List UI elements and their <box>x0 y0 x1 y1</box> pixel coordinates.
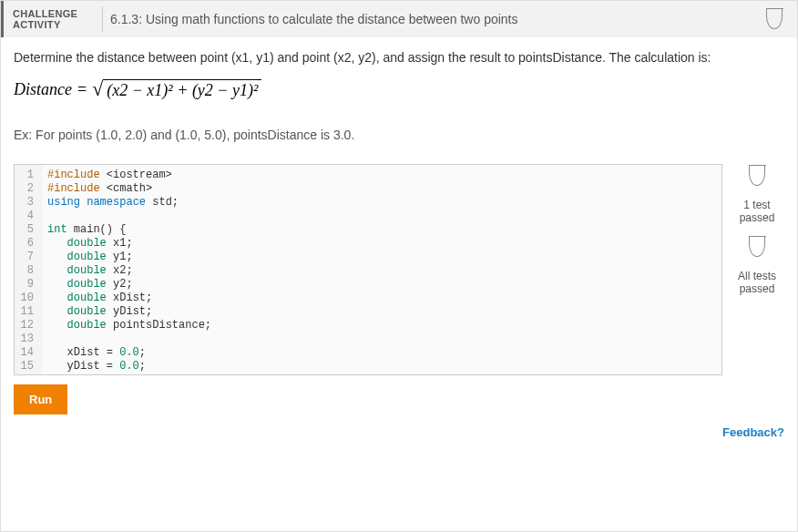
code-line[interactable]: double yDist; <box>47 305 211 319</box>
formula-lhs: Distance <box>14 80 72 99</box>
sqrt-body: (x2 − x1)² + (y2 − y1)² <box>103 79 261 100</box>
line-number: 3 <box>15 196 38 210</box>
sqrt-icon: √ <box>92 79 103 99</box>
activity-header: CHALLENGE ACTIVITY 6.1.3: Using math fun… <box>1 1 797 37</box>
line-number: 14 <box>15 346 38 360</box>
line-number: 16 <box>15 373 38 375</box>
activity-title: 6.1.3: Using math functions to calculate… <box>110 12 518 26</box>
line-number-gutter: 12345678910111213141516171819 <box>15 165 42 375</box>
completion-shield-icon <box>766 9 783 29</box>
one-test-shield-icon <box>749 166 765 186</box>
code-line[interactable]: xDist = 0.0; <box>47 346 211 360</box>
all-tests-shield-icon <box>749 237 765 257</box>
header-divider <box>102 6 103 32</box>
code-source[interactable]: #include <iostream>#include <cmath>using… <box>42 165 217 375</box>
code-line[interactable]: #include <iostream> <box>47 169 211 182</box>
line-number: 9 <box>15 278 38 292</box>
code-line[interactable]: pointsDistance = 0.0; <box>47 373 211 375</box>
challenge-label-line2: ACTIVITY <box>13 19 95 30</box>
code-line[interactable]: #include <cmath> <box>47 182 211 196</box>
line-number: 5 <box>15 223 38 237</box>
line-number: 10 <box>15 292 38 305</box>
example-text: Ex: For points (1.0, 2.0) and (1.0, 5.0)… <box>14 128 784 142</box>
line-number: 4 <box>15 210 38 223</box>
line-number: 15 <box>15 360 38 373</box>
code-line[interactable] <box>47 332 211 346</box>
challenge-activity-label: CHALLENGE ACTIVITY <box>13 8 95 30</box>
line-number: 2 <box>15 182 38 196</box>
run-button[interactable]: Run <box>14 384 67 414</box>
sqrt-expression: √ (x2 − x1)² + (y2 − y1)² <box>92 79 261 100</box>
code-line[interactable]: using namespace std; <box>47 196 211 210</box>
one-test-passed-label: 1 test passed <box>730 199 784 224</box>
challenge-label-line1: CHALLENGE <box>13 8 95 19</box>
code-line[interactable]: double y1; <box>47 251 211 264</box>
test-status-rail: 1 test passed All tests passed <box>730 164 784 375</box>
code-line[interactable]: double x2; <box>47 264 211 278</box>
code-editor[interactable]: 12345678910111213141516171819 #include <… <box>14 164 722 375</box>
code-line[interactable]: double x1; <box>47 237 211 251</box>
line-number: 1 <box>15 169 38 182</box>
line-number: 11 <box>15 305 38 319</box>
instruction-text: Determine the distance between point (x1… <box>14 50 784 65</box>
line-number: 12 <box>15 319 38 332</box>
code-line[interactable]: double pointsDistance; <box>47 319 211 332</box>
equals-sign: = <box>77 80 87 99</box>
code-line[interactable]: int main() { <box>47 223 211 237</box>
line-number: 6 <box>15 237 38 251</box>
line-number: 8 <box>15 264 38 278</box>
feedback-link[interactable]: Feedback? <box>14 425 784 439</box>
code-line[interactable]: double xDist; <box>47 292 211 305</box>
distance-formula: Distance = √ (x2 − x1)² + (y2 − y1)² <box>14 79 784 100</box>
code-line[interactable]: double y2; <box>47 278 211 292</box>
line-number: 7 <box>15 251 38 264</box>
code-line[interactable] <box>47 210 211 223</box>
line-number: 13 <box>15 332 38 346</box>
all-tests-passed-label: All tests passed <box>730 270 784 295</box>
code-line[interactable]: yDist = 0.0; <box>47 360 211 373</box>
